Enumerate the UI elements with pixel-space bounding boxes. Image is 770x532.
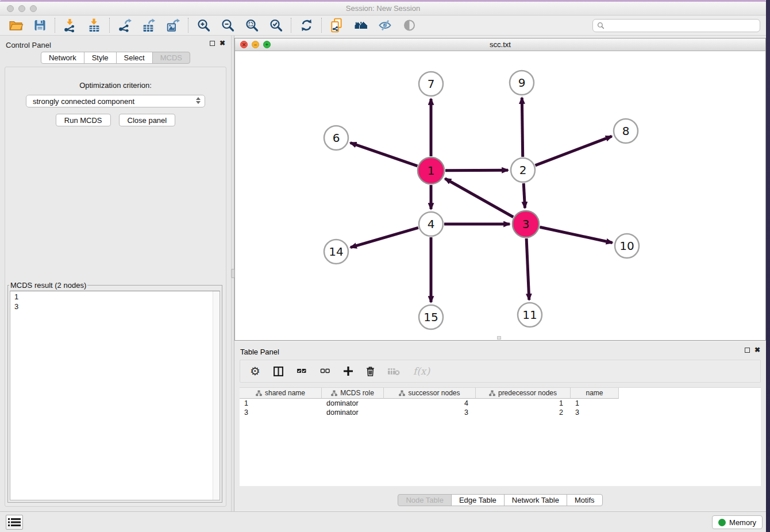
svg-text:14: 14 [329,245,343,259]
graph-node-10[interactable]: 10 [615,234,639,258]
show-all-button[interactable] [397,16,421,34]
tab-network[interactable]: Network [41,52,84,64]
column-header-name[interactable]: name [571,388,619,399]
tab-style[interactable]: Style [84,52,117,64]
zoom-selected-icon [269,18,283,32]
table-row[interactable]: 3dominator323 [240,408,761,417]
table-row[interactable]: 1dominator411 [240,399,761,408]
hide-selected-button[interactable] [373,16,397,34]
table-panel-header: Table Panel ✖ [234,342,766,358]
deselect-all-button[interactable] [320,368,330,375]
export-table-button[interactable] [137,16,161,34]
graph-node-7[interactable]: 7 [419,72,443,96]
refresh-icon [299,18,314,32]
result-scrollbar[interactable] [213,291,220,500]
import-table-button[interactable] [82,16,106,34]
search-input[interactable] [605,20,760,32]
duplicate-network-button[interactable] [325,16,349,34]
delete-table-button[interactable] [388,367,400,376]
graph-edge-2-8[interactable] [536,136,612,165]
graph-node-14[interactable]: 14 [324,240,348,264]
mcds-result-box: MCDS result (2 nodes) 1 3 [7,281,222,503]
refresh-view-button[interactable] [294,16,318,34]
attribute-icon [331,390,337,396]
graph-node-15[interactable]: 15 [419,305,443,329]
graph-edge-3-1[interactable] [445,179,513,217]
table-cell[interactable]: dominator [322,408,384,417]
home-button[interactable] [349,16,373,34]
tab-edge-table[interactable]: Edge Table [451,494,505,506]
column-header-successor-nodes[interactable]: successor nodes [384,388,476,399]
table-cell[interactable]: 1 [240,399,322,408]
graph-edge-1-2[interactable] [445,170,508,171]
criterion-dropdown[interactable]: strongly connected component [26,95,205,107]
table-cell[interactable]: dominator [322,399,384,408]
select-all-button[interactable] [297,368,307,375]
graph-node-1[interactable]: 1 [418,157,444,184]
zoom-selected-button[interactable] [264,16,288,34]
graph-node-6[interactable]: 6 [324,126,348,150]
save-session-button[interactable] [28,16,52,34]
table-cell[interactable]: 3 [571,408,619,417]
table-header-row: shared nameMCDS rolesuccessor nodesprede… [240,388,761,399]
network-canvas[interactable]: 1234678910111415 [235,51,765,340]
table-panel-title: Table Panel [240,348,279,356]
control-panel-title: Control Panel [6,41,51,49]
graph-node-9[interactable]: 9 [510,71,534,95]
graph-edge-4-14[interactable] [351,228,418,247]
table-cell[interactable]: 4 [384,399,476,408]
tab-mcds[interactable]: MCDS [152,52,190,64]
delete-table-icon [388,367,400,376]
graph-node-3[interactable]: 3 [513,211,539,237]
graph-node-11[interactable]: 11 [518,303,542,327]
graph-node-4[interactable]: 4 [419,212,443,236]
table-cell[interactable]: 1 [476,399,571,408]
add-column-button[interactable] [344,367,353,376]
export-image-button[interactable] [161,16,185,34]
function-builder-button[interactable]: f(x) [413,365,430,377]
graph-node-2[interactable]: 2 [511,158,535,182]
tab-node-table[interactable]: Node Table [398,494,452,506]
close-table-panel-icon[interactable]: ✖ [754,347,760,353]
close-panel-button[interactable]: Close panel [119,114,176,126]
column-header-predecessor-nodes[interactable]: predecessor nodes [476,388,571,399]
table-cell[interactable]: 2 [476,408,571,417]
zoom-out-button[interactable] [215,16,240,34]
svg-text:6: 6 [333,131,340,145]
run-mcds-button[interactable]: Run MCDS [56,114,111,126]
mcds-result-area[interactable]: 1 3 [10,291,220,500]
import-network-button[interactable] [58,16,82,34]
task-history-button[interactable] [6,515,23,530]
graph-edge-1-6[interactable] [351,143,418,166]
tab-select[interactable]: Select [116,52,153,64]
split-view-button[interactable] [274,367,283,376]
table-settings-button[interactable]: ⚙ [250,365,260,377]
deselect-all-icon [320,368,330,375]
svg-text:11: 11 [522,308,537,322]
graph-edge-3-11[interactable] [526,238,529,300]
float-panel-icon[interactable] [210,41,215,46]
graph-node-8[interactable]: 8 [614,119,638,143]
column-header-MCDS-role[interactable]: MCDS role [322,388,384,399]
close-panel-icon[interactable]: ✖ [220,40,225,46]
table-cell[interactable]: 1 [571,399,619,408]
export-network-icon [117,18,132,33]
zoom-in-button[interactable] [191,16,215,34]
delete-column-button[interactable] [366,367,375,376]
graph-edge-3-10[interactable] [540,227,612,242]
column-header-shared-name[interactable]: shared name [240,388,322,399]
zoom-fit-button[interactable] [240,16,264,34]
canvas-resize-grip[interactable] [497,336,501,340]
tab-motifs[interactable]: Motifs [567,494,603,506]
graph-edge-2-9[interactable] [522,98,522,157]
table-cell[interactable]: 3 [384,408,476,417]
open-session-button[interactable] [3,16,28,34]
float-table-panel-icon[interactable] [745,348,750,353]
table-cell[interactable]: 3 [240,408,322,417]
tab-network-table[interactable]: Network Table [504,494,567,506]
dropdown-stepper-icon [196,97,201,104]
export-network-button[interactable] [113,16,137,34]
houses-icon [353,18,369,32]
memory-button[interactable]: Memory [712,515,763,529]
graph-edge-2-3[interactable] [523,183,525,208]
